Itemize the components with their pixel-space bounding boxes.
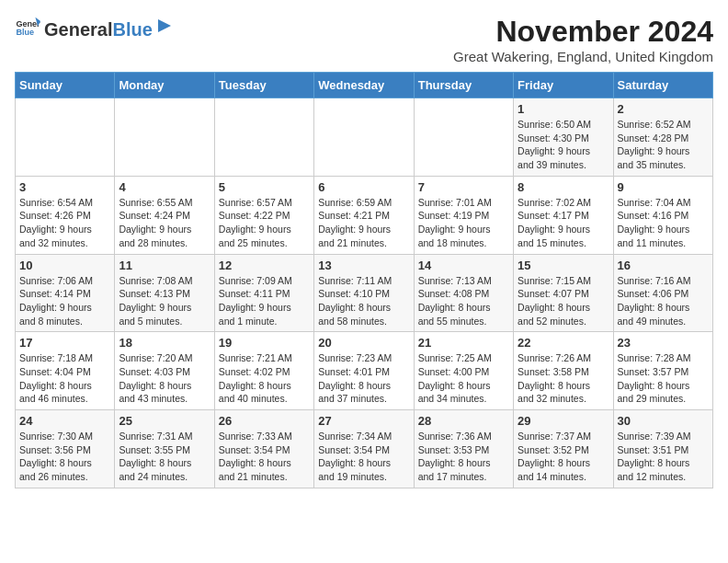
logo-chevron-icon: [154, 16, 175, 36]
calendar-week-row: 1Sunrise: 6:50 AM Sunset: 4:30 PM Daylig…: [16, 98, 713, 177]
calendar-body: 1Sunrise: 6:50 AM Sunset: 4:30 PM Daylig…: [16, 98, 713, 488]
weekday-header: Thursday: [414, 73, 513, 98]
svg-marker-3: [158, 19, 171, 32]
calendar-cell: 25Sunrise: 7:31 AM Sunset: 3:55 PM Dayli…: [115, 410, 214, 488]
calendar-cell: 6Sunrise: 6:59 AM Sunset: 4:21 PM Daylig…: [314, 176, 414, 254]
day-info: Sunrise: 7:18 AM Sunset: 4:04 PM Dayligh…: [19, 351, 110, 406]
day-info: Sunrise: 7:11 AM Sunset: 4:10 PM Dayligh…: [318, 274, 409, 328]
day-number: 8: [518, 180, 609, 194]
day-number: 25: [119, 414, 210, 428]
day-info: Sunrise: 7:39 AM Sunset: 3:51 PM Dayligh…: [618, 430, 709, 484]
day-info: Sunrise: 7:01 AM Sunset: 4:19 PM Dayligh…: [418, 196, 509, 250]
calendar-cell: 20Sunrise: 7:23 AM Sunset: 4:01 PM Dayli…: [314, 332, 414, 410]
day-number: 4: [119, 180, 210, 194]
logo: General Blue General Blue: [15, 15, 175, 40]
calendar-cell: 19Sunrise: 7:21 AM Sunset: 4:02 PM Dayli…: [214, 332, 313, 410]
day-number: 27: [318, 414, 409, 428]
day-info: Sunrise: 7:31 AM Sunset: 3:55 PM Dayligh…: [119, 430, 210, 484]
day-info: Sunrise: 7:08 AM Sunset: 4:13 PM Dayligh…: [119, 274, 210, 328]
day-info: Sunrise: 7:21 AM Sunset: 4:02 PM Dayligh…: [219, 351, 310, 406]
calendar-cell: 8Sunrise: 7:02 AM Sunset: 4:17 PM Daylig…: [514, 176, 613, 254]
calendar-cell: 11Sunrise: 7:08 AM Sunset: 4:13 PM Dayli…: [115, 254, 214, 332]
day-info: Sunrise: 7:13 AM Sunset: 4:08 PM Dayligh…: [418, 274, 509, 328]
svg-text:Blue: Blue: [16, 28, 34, 37]
day-info: Sunrise: 6:54 AM Sunset: 4:26 PM Dayligh…: [19, 196, 110, 250]
calendar-cell: [16, 98, 115, 177]
day-number: 29: [518, 414, 609, 428]
day-info: Sunrise: 6:59 AM Sunset: 4:21 PM Dayligh…: [318, 196, 409, 250]
day-number: 18: [119, 336, 210, 350]
calendar-cell: 17Sunrise: 7:18 AM Sunset: 4:04 PM Dayli…: [16, 332, 115, 410]
calendar-cell: 27Sunrise: 7:34 AM Sunset: 3:54 PM Dayli…: [314, 410, 414, 488]
calendar-cell: 22Sunrise: 7:26 AM Sunset: 3:58 PM Dayli…: [514, 332, 613, 410]
day-info: Sunrise: 7:15 AM Sunset: 4:07 PM Dayligh…: [518, 274, 609, 328]
calendar-cell: 9Sunrise: 7:04 AM Sunset: 4:16 PM Daylig…: [613, 176, 712, 254]
day-info: Sunrise: 6:57 AM Sunset: 4:22 PM Dayligh…: [219, 196, 310, 250]
calendar-cell: 1Sunrise: 6:50 AM Sunset: 4:30 PM Daylig…: [514, 98, 613, 177]
calendar-cell: [414, 98, 513, 177]
day-number: 24: [19, 414, 110, 428]
logo-general: General: [44, 19, 112, 40]
calendar-cell: 24Sunrise: 7:30 AM Sunset: 3:56 PM Dayli…: [16, 410, 115, 488]
calendar-cell: [214, 98, 313, 177]
calendar-cell: 15Sunrise: 7:15 AM Sunset: 4:07 PM Dayli…: [514, 254, 613, 332]
day-number: 30: [618, 414, 709, 428]
calendar-cell: 26Sunrise: 7:33 AM Sunset: 3:54 PM Dayli…: [214, 410, 313, 488]
day-number: 21: [418, 336, 509, 350]
location-title: Great Wakering, England, United Kingdom: [453, 49, 713, 64]
calendar-cell: 12Sunrise: 7:09 AM Sunset: 4:11 PM Dayli…: [214, 254, 313, 332]
calendar-cell: 4Sunrise: 6:55 AM Sunset: 4:24 PM Daylig…: [115, 176, 214, 254]
day-number: 10: [19, 259, 110, 272]
calendar-cell: 7Sunrise: 7:01 AM Sunset: 4:19 PM Daylig…: [414, 176, 513, 254]
day-number: 12: [219, 259, 310, 272]
day-number: 16: [618, 259, 709, 272]
day-info: Sunrise: 7:23 AM Sunset: 4:01 PM Dayligh…: [318, 351, 409, 406]
day-info: Sunrise: 7:28 AM Sunset: 3:57 PM Dayligh…: [618, 351, 709, 406]
day-info: Sunrise: 7:20 AM Sunset: 4:03 PM Dayligh…: [119, 351, 210, 406]
calendar-cell: [115, 98, 214, 177]
day-number: 17: [19, 336, 110, 350]
day-info: Sunrise: 6:55 AM Sunset: 4:24 PM Dayligh…: [119, 196, 210, 250]
weekday-header: Tuesday: [214, 73, 313, 98]
day-number: 5: [219, 180, 310, 194]
day-info: Sunrise: 7:09 AM Sunset: 4:11 PM Dayligh…: [219, 274, 310, 328]
day-number: 20: [318, 336, 409, 350]
day-number: 26: [219, 414, 310, 428]
day-info: Sunrise: 7:34 AM Sunset: 3:54 PM Dayligh…: [318, 430, 409, 484]
day-info: Sunrise: 6:50 AM Sunset: 4:30 PM Dayligh…: [518, 118, 609, 172]
day-info: Sunrise: 7:37 AM Sunset: 3:52 PM Dayligh…: [518, 430, 609, 484]
calendar-header: SundayMondayTuesdayWednesdayThursdayFrid…: [16, 73, 713, 98]
day-number: 28: [418, 414, 509, 428]
weekday-header: Friday: [514, 73, 613, 98]
day-info: Sunrise: 7:25 AM Sunset: 4:00 PM Dayligh…: [418, 351, 509, 406]
logo-blue: Blue: [112, 19, 152, 40]
calendar-week-row: 3Sunrise: 6:54 AM Sunset: 4:26 PM Daylig…: [16, 176, 713, 254]
day-number: 22: [518, 336, 609, 350]
day-info: Sunrise: 7:26 AM Sunset: 3:58 PM Dayligh…: [518, 351, 609, 406]
day-number: 1: [518, 102, 609, 116]
logo-icon: General Blue: [15, 15, 40, 40]
calendar-cell: 29Sunrise: 7:37 AM Sunset: 3:52 PM Dayli…: [514, 410, 613, 488]
page-header: General Blue General Blue November 2024 …: [15, 15, 713, 64]
weekday-header: Monday: [115, 73, 214, 98]
calendar-cell: 14Sunrise: 7:13 AM Sunset: 4:08 PM Dayli…: [414, 254, 513, 332]
day-info: Sunrise: 7:30 AM Sunset: 3:56 PM Dayligh…: [19, 430, 110, 484]
weekday-header: Wednesday: [314, 73, 414, 98]
day-number: 14: [418, 259, 509, 272]
day-number: 19: [219, 336, 310, 350]
day-number: 3: [19, 180, 110, 194]
calendar-cell: 18Sunrise: 7:20 AM Sunset: 4:03 PM Dayli…: [115, 332, 214, 410]
calendar-cell: 10Sunrise: 7:06 AM Sunset: 4:14 PM Dayli…: [16, 254, 115, 332]
calendar-cell: 21Sunrise: 7:25 AM Sunset: 4:00 PM Dayli…: [414, 332, 513, 410]
calendar-cell: 2Sunrise: 6:52 AM Sunset: 4:28 PM Daylig…: [613, 98, 712, 177]
day-info: Sunrise: 7:04 AM Sunset: 4:16 PM Dayligh…: [618, 196, 709, 250]
day-info: Sunrise: 7:02 AM Sunset: 4:17 PM Dayligh…: [518, 196, 609, 250]
day-number: 15: [518, 259, 609, 272]
calendar-table: SundayMondayTuesdayWednesdayThursdayFrid…: [15, 72, 713, 488]
title-area: November 2024 Great Wakering, England, U…: [453, 15, 713, 64]
calendar-cell: 3Sunrise: 6:54 AM Sunset: 4:26 PM Daylig…: [16, 176, 115, 254]
weekday-header: Sunday: [16, 73, 115, 98]
calendar-week-row: 24Sunrise: 7:30 AM Sunset: 3:56 PM Dayli…: [16, 410, 713, 488]
calendar-cell: 28Sunrise: 7:36 AM Sunset: 3:53 PM Dayli…: [414, 410, 513, 488]
calendar-cell: [314, 98, 414, 177]
